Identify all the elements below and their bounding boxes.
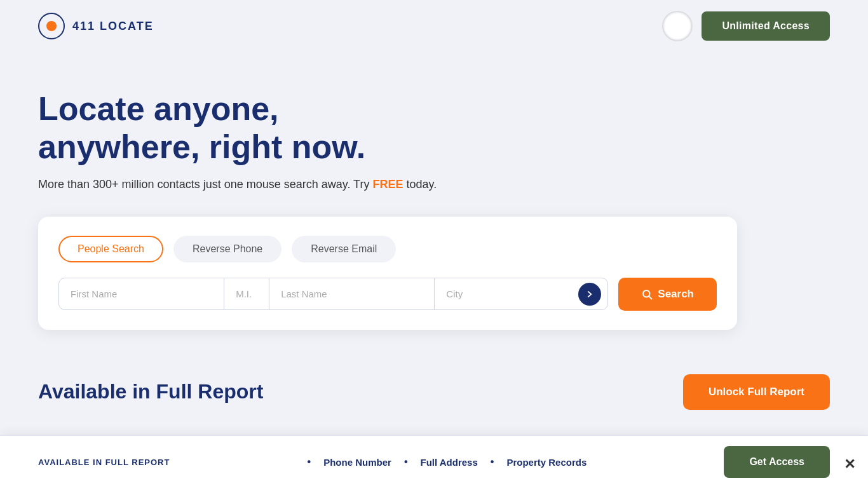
hero-title-line1: Locate anyone, <box>38 90 279 127</box>
bullet-3: • <box>491 456 494 468</box>
bullet-2: • <box>404 456 408 468</box>
bottom-bar: AVAILABLE IN FULL REPORT • Phone Number … <box>0 435 868 488</box>
first-name-input[interactable] <box>59 278 224 309</box>
bottom-bar-address: Full Address <box>421 457 478 468</box>
bottom-bar-label: AVAILABLE IN FULL REPORT <box>38 458 170 467</box>
hero-title-line2: anywhere, right now. <box>38 128 365 165</box>
bottom-bar-property: Property Records <box>506 457 587 468</box>
bottom-bar-phone: Phone Number <box>323 457 391 468</box>
bottom-bar-items: • Phone Number • Full Address • Property… <box>170 456 724 468</box>
get-access-button[interactable]: Get Access <box>724 446 830 478</box>
search-card: People Search Reverse Phone Reverse Emai… <box>38 217 737 330</box>
available-section: Available in Full Report Unlock Full Rep… <box>0 349 868 423</box>
hero-subtitle-pre: More than 300+ million contacts just one… <box>38 178 372 191</box>
bullet-1: • <box>308 456 311 468</box>
hero-title: Locate anyone, anywhere, right now. <box>38 90 830 166</box>
unlock-full-report-button[interactable]: Unlock Full Report <box>683 374 830 410</box>
search-row: Search <box>58 278 717 311</box>
logo-dot <box>46 21 57 31</box>
arrow-right-icon <box>585 290 594 299</box>
search-btn-label: Search <box>658 288 694 301</box>
unlimited-access-button[interactable]: Unlimited Access <box>702 11 830 41</box>
tab-reverse-email[interactable]: Reverse Email <box>292 236 396 262</box>
header-right: Unlimited Access <box>663 11 830 41</box>
search-inputs <box>58 278 608 310</box>
city-input[interactable] <box>435 278 578 309</box>
tab-people-search[interactable]: People Search <box>58 236 163 262</box>
search-button[interactable]: Search <box>618 278 717 311</box>
search-tabs: People Search Reverse Phone Reverse Emai… <box>58 236 717 262</box>
tab-reverse-phone[interactable]: Reverse Phone <box>173 236 281 262</box>
logo-text: 411 LOCATE <box>72 20 154 33</box>
avatar <box>663 12 691 40</box>
last-name-input[interactable] <box>269 278 434 309</box>
hero-subtitle-free: FREE <box>372 178 403 191</box>
logo-icon <box>38 13 65 39</box>
available-title: Available in Full Report <box>38 380 263 403</box>
header: 411 LOCATE Unlimited Access <box>0 0 868 52</box>
arrow-button[interactable] <box>578 283 601 306</box>
search-icon <box>641 288 653 300</box>
hero-section: Locate anyone, anywhere, right now. More… <box>0 52 868 349</box>
logo-area: 411 LOCATE <box>38 13 154 39</box>
hero-subtitle-post: today. <box>403 178 437 191</box>
city-input-wrapper <box>435 278 607 309</box>
close-button[interactable]: ✕ <box>844 456 855 473</box>
svg-line-1 <box>649 296 652 299</box>
mi-input[interactable] <box>224 278 269 309</box>
hero-subtitle: More than 300+ million contacts just one… <box>38 178 830 191</box>
